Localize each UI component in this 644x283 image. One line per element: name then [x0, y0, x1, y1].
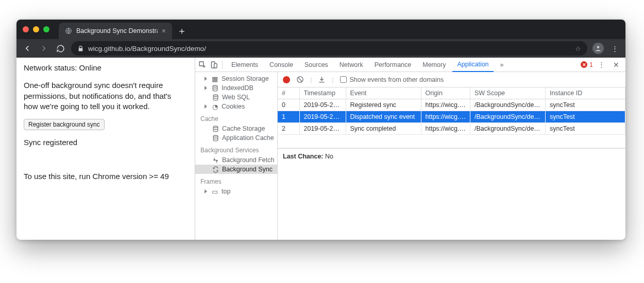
control-bar: | | Show events from other domains	[278, 72, 625, 87]
tab-memory[interactable]: Memory	[418, 58, 450, 72]
window-controls	[23, 20, 49, 39]
sidebar-item-cache-storage[interactable]: Cache Storage	[195, 124, 277, 133]
svg-point-1	[597, 46, 600, 48]
cell-scope: /BackgroundSync/de…	[470, 123, 546, 135]
svg-point-8	[213, 135, 218, 137]
download-button[interactable]	[318, 76, 326, 83]
tab-application[interactable]: Application	[452, 58, 493, 72]
database-icon	[211, 84, 218, 92]
th-instance[interactable]: Instance ID	[546, 87, 625, 99]
sidebar-item-websql[interactable]: Web SQL	[195, 93, 277, 102]
table-row[interactable]: 22019-05-2…Sync completedhttps://wicg.…/…	[278, 123, 625, 135]
tab-title: Background Sync Demonstration	[76, 27, 158, 34]
cell-idx: 1	[278, 111, 299, 123]
devtools-tabs: Elements Console Sources Network Perform…	[195, 58, 625, 72]
th-index[interactable]: #	[278, 87, 299, 99]
browser-menu-button[interactable]: ⋮	[609, 43, 620, 54]
sidebar-item-application-cache[interactable]: Application Cache	[195, 133, 277, 143]
fetch-icon	[212, 156, 219, 164]
cell-ts: 2019-05-2…	[299, 111, 346, 123]
svg-rect-4	[214, 63, 217, 68]
application-sidebar: ▦Session Storage IndexedDB Web SQL ◔Cook…	[195, 72, 278, 240]
tab-network[interactable]: Network	[335, 58, 368, 72]
star-icon[interactable]: ☆	[575, 45, 581, 52]
inspect-element-icon[interactable]	[198, 61, 207, 69]
devtools-menu-button[interactable]: ⋮	[595, 61, 608, 68]
sidebar-item-background-sync[interactable]: Background Sync	[195, 165, 277, 174]
address-bar[interactable]: wicg.github.io/BackgroundSync/demo/ ☆	[71, 41, 587, 56]
tab-elements[interactable]: Elements	[227, 58, 263, 72]
cell-event: Dispatched sync event	[346, 111, 421, 123]
sidebar-item-cookies[interactable]: ◔Cookies	[195, 102, 277, 111]
content-area: Network status: Online One-off backgroun…	[16, 58, 625, 240]
sidebar-item-session-storage[interactable]: ▦Session Storage	[195, 74, 277, 83]
tabs-overflow[interactable]: »	[496, 58, 509, 72]
th-swscope[interactable]: SW Scope	[470, 87, 546, 99]
minimize-window-button[interactable]	[33, 26, 39, 32]
tab-performance[interactable]: Performance	[370, 58, 416, 72]
events-table: # Timestamp Event Origin SW Scope Instan…	[278, 87, 625, 135]
cell-event: Registered sync	[346, 99, 421, 111]
sidebar-head-frames: Frames	[195, 174, 277, 187]
error-count: 1	[589, 61, 593, 68]
table-row[interactable]: 12019-05-2…Dispatched sync eventhttps://…	[278, 111, 625, 123]
th-origin[interactable]: Origin	[421, 87, 470, 99]
cell-origin: https://wicg.…	[421, 123, 470, 135]
cell-idx: 2	[278, 123, 299, 135]
sidebar-item-background-fetch[interactable]: Background Fetch	[195, 155, 277, 165]
table-header-row: # Timestamp Event Origin SW Scope Instan…	[278, 87, 625, 99]
svg-point-7	[213, 126, 218, 128]
new-tab-button[interactable]: ＋	[177, 23, 187, 39]
frame-icon: ▭	[211, 188, 218, 195]
tab-console[interactable]: Console	[265, 58, 298, 72]
tab-sources[interactable]: Sources	[300, 58, 333, 72]
close-devtools-button[interactable]: ✕	[610, 61, 622, 69]
forward-button[interactable]	[38, 43, 49, 54]
sidebar-item-frames-top[interactable]: ▭top	[195, 187, 277, 196]
tab-strip: Background Sync Demonstration × ＋	[16, 20, 625, 39]
other-domains-input[interactable]	[340, 76, 347, 83]
svg-point-5	[213, 85, 217, 87]
clear-button[interactable]	[296, 76, 304, 83]
profile-avatar[interactable]	[592, 43, 604, 54]
globe-icon	[65, 27, 72, 34]
close-window-button[interactable]	[23, 26, 29, 32]
cell-iid: syncTest	[546, 111, 625, 123]
cell-idx: 0	[278, 99, 299, 111]
record-button[interactable]	[283, 76, 290, 83]
register-sync-button[interactable]: Register background sync	[24, 119, 105, 130]
cookie-icon: ◔	[211, 103, 218, 110]
explainer-text: One-off background sync doesn't require …	[24, 80, 188, 112]
cell-iid: syncTest	[546, 123, 625, 135]
back-button[interactable]	[22, 43, 33, 54]
sidebar-head-bg-services: Background Services	[195, 143, 277, 155]
cell-iid: syncTest	[546, 99, 625, 111]
error-indicator[interactable]: ✕ 1	[581, 61, 593, 68]
browser-tab-1[interactable]: Background Sync Demonstration ×	[59, 23, 172, 39]
database-icon	[212, 134, 219, 142]
device-mode-icon[interactable]	[210, 61, 218, 69]
sidebar-item-indexeddb[interactable]: IndexedDB	[195, 83, 277, 93]
th-timestamp[interactable]: Timestamp	[299, 87, 346, 99]
th-event[interactable]: Event	[346, 87, 421, 99]
network-status: Network status: Online	[24, 63, 188, 73]
browser-window: Background Sync Demonstration × ＋ wicg.g…	[16, 20, 625, 240]
cell-scope: /BackgroundSync/de…	[470, 111, 546, 123]
devtools-panel: Elements Console Sources Network Perform…	[195, 58, 625, 240]
bg-sync-pane: | | Show events from other domains # Tim…	[278, 72, 625, 240]
grid-icon: ▦	[211, 75, 218, 82]
sidebar-head-cache: Cache	[195, 111, 277, 124]
close-tab-icon[interactable]: ×	[162, 27, 166, 34]
error-icon: ✕	[581, 61, 587, 68]
cell-event: Sync completed	[346, 123, 421, 135]
zoom-window-button[interactable]	[43, 26, 49, 32]
lock-icon	[77, 45, 84, 52]
cell-scope: /BackgroundSync/de…	[470, 99, 546, 111]
reload-button[interactable]	[55, 43, 66, 54]
database-icon	[212, 125, 219, 132]
cell-origin: https://wicg.…	[421, 111, 470, 123]
cell-origin: https://wicg.…	[421, 99, 470, 111]
cell-ts: 2019-05-2…	[299, 99, 346, 111]
table-row[interactable]: 02019-05-2…Registered synchttps://wicg.……	[278, 99, 625, 111]
other-domains-checkbox[interactable]: Show events from other domains	[340, 76, 444, 83]
